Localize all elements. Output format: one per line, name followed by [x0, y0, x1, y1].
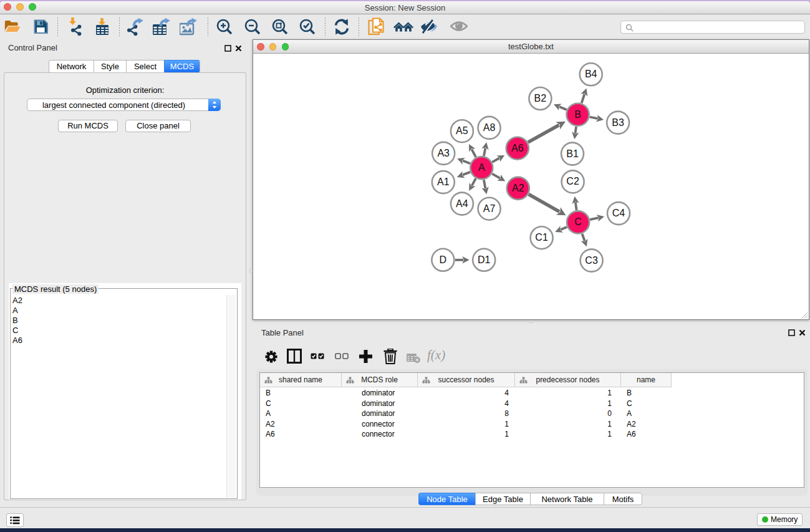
svg-text:B1: B1 [566, 148, 579, 159]
svg-text:A: A [478, 162, 485, 173]
svg-text:A8: A8 [483, 122, 496, 133]
svg-text:C4: C4 [612, 208, 625, 218]
svg-text:A6: A6 [511, 143, 524, 153]
svg-text:B2: B2 [534, 93, 547, 104]
svg-text:A5: A5 [456, 125, 468, 136]
svg-text:D1: D1 [478, 254, 491, 265]
svg-text:A3: A3 [437, 148, 450, 158]
svg-text:C: C [574, 216, 582, 227]
svg-text:C2: C2 [566, 176, 579, 186]
svg-text:A7: A7 [483, 203, 496, 214]
svg-text:A1: A1 [437, 177, 450, 187]
svg-text:A2: A2 [512, 183, 524, 193]
svg-text:C3: C3 [585, 255, 598, 266]
svg-text:C1: C1 [535, 232, 548, 243]
svg-text:B3: B3 [612, 117, 624, 128]
svg-text:D: D [440, 254, 447, 265]
svg-text:B: B [574, 109, 581, 120]
svg-text:A4: A4 [456, 198, 468, 209]
svg-text:B4: B4 [585, 69, 597, 79]
